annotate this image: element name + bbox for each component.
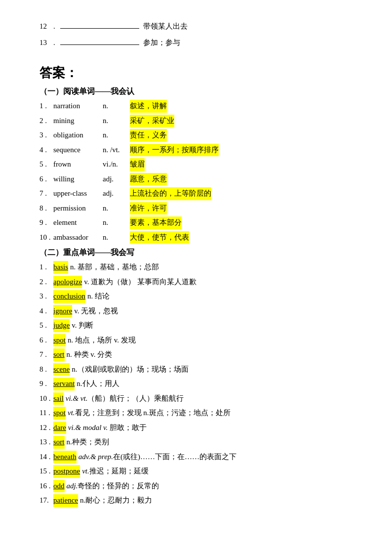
list-item: 1 . basis n. 基部，基础，基地；总部 bbox=[39, 261, 353, 274]
top-item-12: 12 . 带领某人出去 bbox=[39, 20, 353, 33]
list-item: 13 . sort n.种类；类别 bbox=[39, 436, 353, 449]
item-num-12: 12 bbox=[39, 20, 53, 33]
top-item-13: 13 . 参加；参与 bbox=[39, 36, 353, 49]
item-num-13: 13 bbox=[39, 36, 53, 49]
section2-header: （二）重点单词——我会写 bbox=[39, 248, 353, 258]
list-item: 11 . spot vt.看见；注意到；发现 n.斑点；污迹；地点；处所 bbox=[39, 407, 353, 420]
list-item: 10 . ambassador n. 大使，使节，代表 bbox=[39, 231, 353, 244]
item-text-12: 带领某人出去 bbox=[143, 20, 188, 33]
top-items: 12 . 带领某人出去 13 . 参加；参与 bbox=[39, 20, 353, 49]
list-item: 4 . sequence n. /vt. 顺序，一系列；按顺序排序 bbox=[39, 144, 353, 157]
list-item: 17. patience n.耐心；忍耐力；毅力 bbox=[39, 494, 353, 507]
list-item: 1 . narration n. 叙述，讲解 bbox=[39, 100, 353, 113]
list-item: 8 . scene n.（戏剧或歌剧的）场；现场；场面 bbox=[39, 363, 353, 376]
vocab-section-2: （二）重点单词——我会写 1 . basis n. 基部，基础，基地；总部 2 … bbox=[39, 248, 353, 507]
list-item: 10 . sail vi.& vt.（船）航行；（人）乘船航行 bbox=[39, 392, 353, 405]
list-item: 5 . judge v. 判断 bbox=[39, 319, 353, 332]
list-item: 7 . sort n. 种类 v. 分类 bbox=[39, 348, 353, 361]
list-item: 12 . dare vi.& modal v. 胆敢；敢于 bbox=[39, 422, 353, 434]
answer-section: 答案： （一）阅读单词——我会认 1 . narration n. 叙述，讲解 … bbox=[39, 64, 353, 507]
list-item: 5 . frown vi./n. 皱眉 bbox=[39, 158, 353, 171]
list-item: 4 . ignore v. 无视，忽视 bbox=[39, 305, 353, 318]
list-item: 2 . apologize v. 道歉为（做） 某事而向某人道歉 bbox=[39, 276, 353, 289]
list-item: 16 . odd adj.奇怪的；怪异的；反常的 bbox=[39, 480, 353, 493]
vocab-section-1: （一）阅读单词——我会认 1 . narration n. 叙述，讲解 2 . … bbox=[39, 86, 353, 244]
list-item: 3 . conclusion n. 结论 bbox=[39, 290, 353, 303]
list-item: 8 . permission n. 准许，许可 bbox=[39, 202, 353, 215]
list-item: 6 . spot n. 地点，场所 v. 发现 bbox=[39, 334, 353, 347]
answer-title: 答案： bbox=[39, 64, 353, 82]
item-text-13: 参加；参与 bbox=[143, 36, 180, 49]
list-item: 2 . mining n. 采矿，采矿业 bbox=[39, 115, 353, 128]
blank-13 bbox=[60, 44, 139, 45]
list-item: 7 . upper-class adj. 上流社会的，上等阶层的 bbox=[39, 187, 353, 200]
list-item: 6 . willing adj. 愿意，乐意 bbox=[39, 173, 353, 186]
list-item: 15 . postpone vt.推迟；延期；延缓 bbox=[39, 465, 353, 478]
section1-header: （一）阅读单词——我会认 bbox=[39, 86, 353, 97]
list-item: 14 . beneath adv.& prep.在(或往)……下面；在……的表面… bbox=[39, 451, 353, 464]
list-item: 9 . servant n.仆人；用人 bbox=[39, 378, 353, 390]
list-item: 9 . element n. 要素，基本部分 bbox=[39, 216, 353, 229]
blank-12 bbox=[60, 28, 139, 29]
list-item: 3 . obligation n. 责任，义务 bbox=[39, 129, 353, 142]
